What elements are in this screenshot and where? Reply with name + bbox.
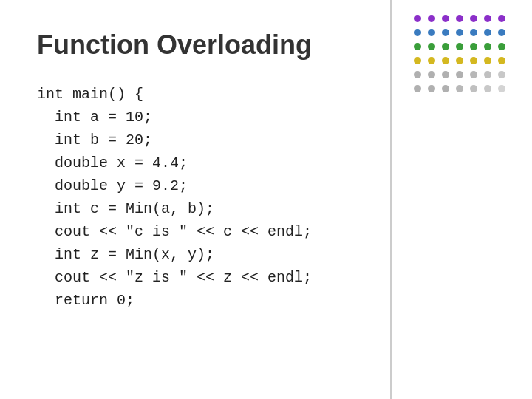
decorative-dot [470,71,477,78]
decorative-dot [470,85,477,92]
decorative-dot [414,71,421,78]
code-block: int main() { int a = 10; int b = 20; dou… [37,83,495,312]
decorative-dot [498,57,505,64]
decorative-dot [498,71,505,78]
code-line: return 0; [37,289,495,312]
decorative-dot [470,43,477,50]
decorative-dot [456,15,463,22]
decorative-dot [442,71,449,78]
code-line: int a = 10; [37,106,495,129]
decorative-dot [498,43,505,50]
code-line: cout << "z is " << z << endl; [37,266,495,289]
decorative-dot [442,43,449,50]
decorative-dot [498,85,505,92]
decorative-dot [442,29,449,36]
dot-grid [414,15,517,97]
decorative-dot [442,15,449,22]
decorative-dot [470,57,477,64]
code-line: double y = 9.2; [37,174,495,197]
decorative-dot [456,71,463,78]
decorative-dots [414,15,517,103]
divider-line [390,0,392,399]
code-line: cout << "c is " << c << endl; [37,220,495,243]
slide-container: Function Overloading int main() { int a … [0,0,532,399]
decorative-dot [484,71,491,78]
decorative-dot [484,85,491,92]
decorative-dot [456,85,463,92]
decorative-dot [428,85,435,92]
decorative-dot [484,43,491,50]
decorative-dot [456,57,463,64]
code-line: int z = Min(x, y); [37,243,495,266]
decorative-dot [498,15,505,22]
decorative-dot [484,15,491,22]
code-line: double x = 4.4; [37,151,495,174]
decorative-dot [428,15,435,22]
decorative-dot [428,71,435,78]
decorative-dot [428,43,435,50]
decorative-dot [470,29,477,36]
decorative-dot [442,85,449,92]
decorative-dot [414,15,421,22]
decorative-dot [428,29,435,36]
decorative-dot [498,29,505,36]
decorative-dot [456,29,463,36]
code-line: int b = 20; [37,129,495,151]
decorative-dot [456,43,463,50]
decorative-dot [484,29,491,36]
code-line: int c = Min(a, b); [37,197,495,220]
decorative-dot [414,43,421,50]
decorative-dot [414,57,421,64]
decorative-dot [414,85,421,92]
decorative-dot [442,57,449,64]
decorative-dot [428,57,435,64]
decorative-dot [414,29,421,36]
decorative-dot [470,15,477,22]
decorative-dot [484,57,491,64]
